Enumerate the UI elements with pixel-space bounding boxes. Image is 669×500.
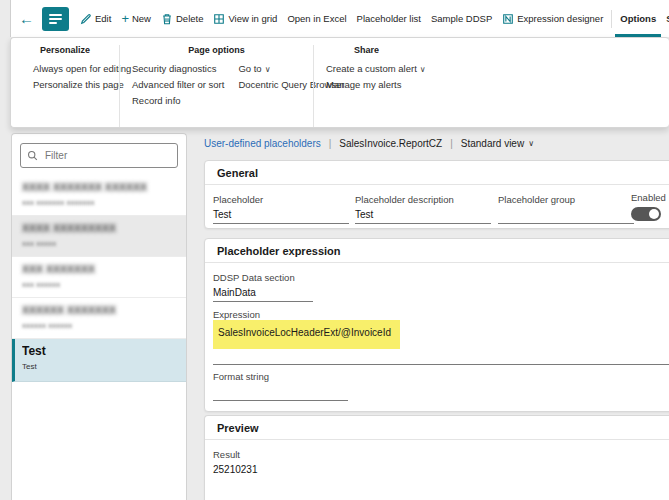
placeholder-list-panel: XXXX XXXXXXX XXXXXX xxx xxxxxxx xxxxxxx …: [11, 133, 187, 500]
section-title: Preview: [205, 416, 669, 440]
breadcrumb-separator: |: [329, 138, 332, 149]
open-in-excel-button[interactable]: Open in Excel: [282, 0, 351, 37]
plus-icon: +: [121, 12, 129, 25]
always-open-for-editing-item[interactable]: Always open for editing: [33, 60, 119, 76]
list-item[interactable]: XXX XXXXXXX xxx xxxxxx: [12, 257, 186, 298]
section-title: General: [205, 161, 669, 185]
list-item[interactable]: XXXX XXXXXXXXX xxx xxxxx: [12, 216, 186, 257]
field-label: Enabled: [631, 192, 666, 203]
standard-view-selector[interactable]: Standard view ∨: [461, 138, 534, 149]
toolbar-divider: [611, 10, 612, 28]
chevron-down-icon: ∨: [528, 139, 534, 148]
security-tab[interactable]: Security: [661, 0, 669, 37]
breadcrumb: User-defined placeholders | SalesInvoice…: [204, 135, 534, 151]
chevron-down-icon: ∨: [420, 65, 426, 74]
section-title: Placeholder expression: [205, 239, 669, 263]
grid-icon: [213, 13, 225, 25]
expression-input[interactable]: SalesInvoiceLocHeaderExt/@InvoiceId: [213, 320, 669, 365]
placeholder-description-input[interactable]: Test: [355, 209, 491, 224]
result-field: Result 25210231: [213, 449, 413, 478]
edit-button[interactable]: Edit: [75, 0, 116, 37]
placeholder-group-field: Placeholder group: [498, 194, 634, 224]
enabled-field: Enabled: [631, 192, 666, 221]
field-label: Format string: [213, 371, 348, 382]
field-label: DDSP Data section: [213, 272, 313, 283]
group-title: Personalize: [11, 45, 119, 55]
result-value: 25210231: [213, 464, 413, 478]
expression-designer-button[interactable]: Expression designer: [497, 0, 608, 37]
placeholder-list-button[interactable]: Placeholder list: [352, 0, 426, 37]
record-info-item[interactable]: Record info: [132, 92, 224, 108]
group-title: Page options: [120, 45, 313, 55]
manage-my-alerts-item[interactable]: Manage my alerts: [326, 76, 669, 92]
placeholder-group-input[interactable]: [498, 209, 634, 224]
preview-section: Preview Result 25210231: [204, 415, 669, 500]
page-options-group: Page options Security diagnostics Advanc…: [119, 45, 313, 127]
share-group: Share Create a custom alert∨ Manage my a…: [313, 45, 669, 127]
format-string-field: Format string: [213, 371, 348, 401]
advanced-filter-or-sort-item[interactable]: Advanced filter or sort: [132, 76, 224, 92]
field-label: Placeholder description: [355, 194, 491, 205]
personalize-group: Personalize Always open for editing Pers…: [11, 45, 119, 127]
trash-icon: [161, 13, 173, 25]
chevron-down-icon: ∨: [265, 65, 271, 74]
ddsp-data-section-input[interactable]: MainData: [213, 287, 313, 302]
list-item[interactable]: XXXXXX XXXXXXX xxxxxx xxxxxx: [12, 298, 186, 339]
new-button[interactable]: + New: [116, 0, 156, 37]
view-in-grid-button[interactable]: View in grid: [208, 0, 282, 37]
options-flyout-panel: Personalize Always open for editing Pers…: [10, 37, 669, 128]
toggle-knob: [649, 209, 659, 219]
back-arrow-icon[interactable]: ←: [11, 10, 40, 27]
field-label: Placeholder group: [498, 194, 634, 205]
expression-highlighted-value: SalesInvoiceLocHeaderExt/@InvoiceId: [213, 320, 400, 349]
pencil-icon: [80, 13, 92, 25]
action-toolbar: ← Edit + New Delete View in grid Open in…: [10, 0, 669, 37]
placeholder-items-list: XXXX XXXXXXX XXXXXX xxx xxxxxxx xxxxxxx …: [12, 175, 186, 500]
ddsp-data-section-field: DDSP Data section MainData: [213, 272, 313, 302]
expression-designer-icon: [502, 13, 514, 25]
search-icon: [27, 150, 38, 161]
group-title: Share: [354, 45, 669, 55]
placeholder-expression-section: Placeholder expression DDSP Data section…: [204, 238, 669, 412]
placeholder-description-field: Placeholder description Test: [355, 194, 491, 224]
action-pane-menu-button[interactable]: [42, 7, 69, 31]
placeholder-input[interactable]: Test: [213, 209, 349, 224]
security-diagnostics-item[interactable]: Security diagnostics: [132, 60, 224, 76]
placeholder-field: Placeholder Test: [213, 194, 349, 224]
field-label: Result: [213, 449, 413, 460]
filter-box: [20, 143, 178, 168]
general-section: General Placeholder Test Placeholder des…: [204, 160, 669, 229]
user-defined-placeholders-link[interactable]: User-defined placeholders: [204, 138, 321, 149]
personalize-this-page-item[interactable]: Personalize this page: [33, 76, 119, 92]
report-name: SalesInvoice.ReportCZ: [339, 138, 442, 149]
options-tab[interactable]: Options: [615, 0, 661, 37]
menu-lines-icon: [49, 14, 62, 16]
list-item-selected[interactable]: Test Test: [12, 339, 186, 382]
create-custom-alert-item[interactable]: Create a custom alert∨: [326, 60, 669, 76]
delete-button[interactable]: Delete: [156, 0, 208, 37]
enabled-toggle[interactable]: [631, 207, 661, 221]
field-label: Placeholder: [213, 194, 349, 205]
format-string-input[interactable]: [213, 386, 348, 401]
list-item[interactable]: XXXX XXXXXXX XXXXXX xxx xxxxxxx xxxxxxx: [12, 175, 186, 216]
field-label: Expression: [213, 309, 260, 320]
sample-ddsp-button[interactable]: Sample DDSP: [426, 0, 497, 37]
filter-input[interactable]: [43, 149, 171, 162]
breadcrumb-separator: |: [450, 138, 453, 149]
